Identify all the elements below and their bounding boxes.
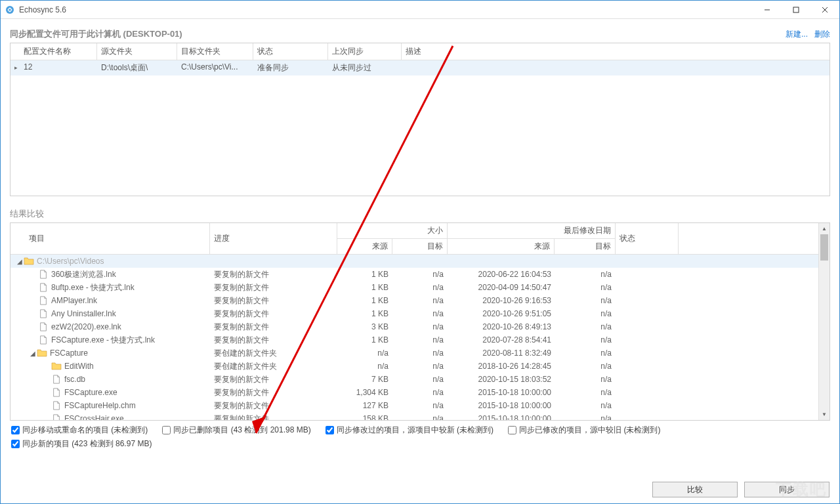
check-moved[interactable]: 同步移动或重命名的项目 (未检测到) (11, 425, 148, 436)
scrollbar[interactable]: ▲ ▼ (818, 223, 830, 420)
close-button[interactable] (810, 1, 839, 19)
tree-row[interactable]: ezW2(2020).exe.lnk要复制的新文件3 KBn/a2020-10-… (10, 320, 818, 333)
col-name[interactable]: 配置文件名称 (20, 43, 97, 60)
tree-row[interactable]: ◢FSCapture要创建的新文件夹n/an/a2020-08-11 8:32:… (10, 346, 818, 360)
profiles-grid[interactable]: 配置文件名称 源文件夹 目标文件夹 状态 上次同步 描述 12 D:\tools… (10, 43, 830, 196)
col-dst[interactable]: 目标文件夹 (177, 43, 253, 60)
col-desc[interactable]: 描述 (402, 43, 830, 60)
titlebar: Echosync 5.6 (1, 1, 839, 19)
col-size-dst[interactable]: 目标 (392, 239, 448, 254)
new-profile-link[interactable]: 新建... (786, 29, 808, 40)
check-modified-older[interactable]: 同步已修改的项目，源中较旧 (未检测到) (508, 425, 660, 436)
svg-rect-2 (793, 7, 799, 12)
tree-row[interactable]: FSCapture.exe - 快捷方式.lnk要复制的新文件1 KBn/a20… (10, 333, 818, 346)
col-src[interactable]: 源文件夹 (97, 43, 177, 60)
check-new[interactable]: 同步新的项目 (423 检测到 86.97 MB) (11, 438, 829, 450)
app-icon (5, 5, 15, 15)
results-grid[interactable]: 项目 进度 大小 来源 目标 最后修改日期 来源 目标 状态 (10, 222, 830, 421)
svg-point-0 (6, 6, 14, 14)
col-size[interactable]: 大小 (337, 223, 447, 239)
check-modified-newer[interactable]: 同步修改过的项目，源项目中较新 (未检测到) (326, 425, 494, 436)
check-deleted[interactable]: 同步已删除项目 (43 检测到 201.98 MB) (162, 425, 310, 436)
window-title: Echosync 5.6 (19, 5, 753, 14)
col-item[interactable]: 项目 (10, 223, 210, 254)
sync-button[interactable]: 同步 (744, 482, 830, 497)
tree-row[interactable]: 8uftp.exe - 快捷方式.lnk要复制的新文件1 KBn/a2020-0… (10, 281, 818, 294)
tree-row[interactable]: AMPlayer.lnk要复制的新文件1 KBn/a2020-10-26 9:1… (10, 294, 818, 307)
delete-profile-link[interactable]: 删除 (814, 29, 830, 40)
scroll-down-button[interactable]: ▼ (819, 409, 830, 420)
tree-row[interactable]: FSCrossHair.exe要复制的新文件158 KBn/a2015-10-1… (10, 412, 818, 420)
maximize-button[interactable] (782, 1, 810, 19)
col-state[interactable]: 状态 (253, 43, 328, 60)
section1-title: 同步配置文件可用于此计算机 (DESKTOP-01) (10, 28, 779, 40)
section2-title: 结果比较 (10, 208, 830, 220)
scroll-thumb[interactable] (820, 234, 828, 261)
col-size-src[interactable]: 来源 (337, 239, 392, 254)
tree-root-row[interactable]: ◢C:\Users\pc\Videos (10, 255, 818, 268)
col-date-dst[interactable]: 目标 (555, 239, 615, 254)
tree-row[interactable]: EditWith要创建的新文件夹n/an/a2018-10-26 14:28:4… (10, 360, 818, 373)
col-state2[interactable]: 状态 (616, 223, 679, 254)
tree-row[interactable]: FSCapture.exe要复制的新文件1,304 KBn/a2015-10-1… (10, 386, 818, 399)
compare-button[interactable]: 比较 (652, 482, 738, 497)
col-date-src[interactable]: 来源 (448, 239, 555, 254)
col-progress[interactable]: 进度 (210, 223, 337, 254)
tree-row[interactable]: FSCaptureHelp.chm要复制的新文件127 KBn/a2015-10… (10, 399, 818, 412)
scroll-up-button[interactable]: ▲ (819, 223, 830, 234)
profile-row[interactable]: 12 D:\tools\桌面\ C:\Users\pc\Vi... 准备同步 从… (10, 60, 830, 75)
tree-row[interactable]: 360极速浏览器.lnk要复制的新文件1 KBn/a2020-06-22 16:… (10, 268, 818, 281)
tree-row[interactable]: Any Uninstaller.lnk要复制的新文件1 KBn/a2020-10… (10, 307, 818, 320)
col-expand (10, 43, 20, 60)
tree-row[interactable]: fsc.db要复制的新文件7 KBn/a2020-10-15 18:03:52n… (10, 373, 818, 386)
col-last[interactable]: 上次同步 (328, 43, 402, 60)
col-date[interactable]: 最后修改日期 (448, 223, 615, 239)
minimize-button[interactable] (753, 1, 782, 19)
